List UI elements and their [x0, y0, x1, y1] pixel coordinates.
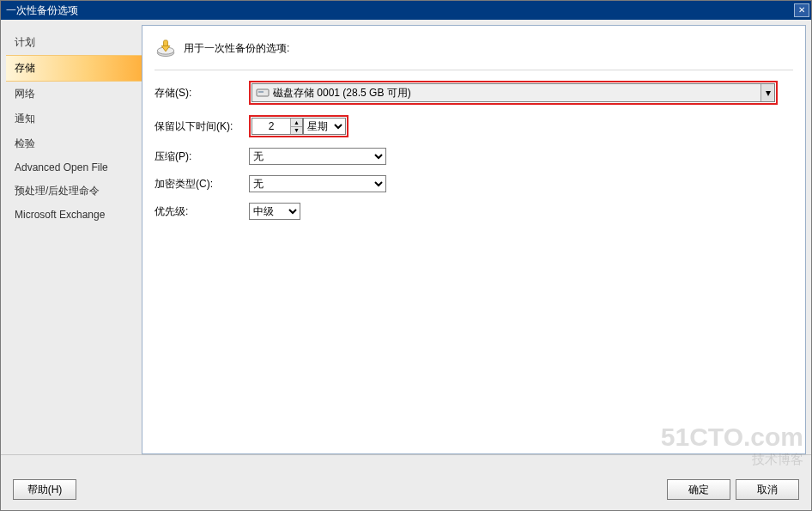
- label-encrypt: 加密类型(C):: [155, 177, 249, 192]
- label-keep: 保留以下时间(K):: [155, 119, 249, 134]
- row-priority: 优先级: 中级: [155, 203, 793, 220]
- backup-icon: [155, 36, 177, 61]
- sidebar-item-verify[interactable]: 检验: [6, 131, 142, 156]
- disk-icon: [256, 88, 270, 98]
- storage-dropdown[interactable]: 磁盘存储 0001 (28.5 GB 可用) ▾: [251, 83, 775, 102]
- keep-value-input[interactable]: [252, 119, 290, 134]
- sidebar: 计划 存储 网络 通知 检验 Advanced Open File 预处理/后处…: [6, 25, 142, 454]
- chevron-down-icon: ▾: [760, 84, 774, 101]
- priority-select[interactable]: 中级: [249, 203, 300, 220]
- close-button[interactable]: ✕: [794, 3, 809, 17]
- footer: 帮助(H) 确定 取消: [1, 454, 811, 510]
- title-bar: 一次性备份选项 ✕: [1, 1, 811, 20]
- content-panel: 用于一次性备份的选项: 存储(S): 磁盘存储 0001 (28.5 GB 可用…: [142, 25, 806, 454]
- highlight-keep: ▲ ▼ 星期: [249, 115, 348, 137]
- row-encrypt: 加密类型(C): 无: [155, 175, 793, 192]
- sidebar-item-aof[interactable]: Advanced Open File: [6, 156, 142, 179]
- main-area: 计划 存储 网络 通知 检验 Advanced Open File 预处理/后处…: [1, 20, 811, 454]
- ok-button[interactable]: 确定: [667, 479, 730, 500]
- sidebar-item-prepost[interactable]: 预处理/后处理命令: [6, 179, 142, 204]
- help-button[interactable]: 帮助(H): [13, 479, 76, 500]
- keep-spinner[interactable]: ▲ ▼: [251, 118, 303, 135]
- sidebar-item-exchange[interactable]: Microsoft Exchange: [6, 204, 142, 226]
- window-title: 一次性备份选项: [6, 3, 794, 18]
- row-compress: 压缩(P): 无: [155, 148, 793, 165]
- spinner-down[interactable]: ▼: [291, 127, 302, 135]
- sidebar-item-storage[interactable]: 存储: [6, 55, 142, 82]
- row-keep: 保留以下时间(K): ▲ ▼ 星期: [155, 115, 793, 137]
- compress-select[interactable]: 无: [249, 148, 386, 165]
- cancel-button[interactable]: 取消: [736, 479, 799, 500]
- sidebar-item-notify[interactable]: 通知: [6, 106, 142, 131]
- heading: 用于一次性备份的选项:: [155, 36, 793, 70]
- highlight-storage: 磁盘存储 0001 (28.5 GB 可用) ▾: [249, 81, 778, 105]
- storage-value: 磁盘存储 0001 (28.5 GB 可用): [273, 86, 411, 100]
- encrypt-select[interactable]: 无: [249, 175, 386, 192]
- sidebar-item-plan[interactable]: 计划: [6, 30, 142, 55]
- spinner-up[interactable]: ▲: [291, 119, 302, 127]
- label-storage: 存储(S):: [155, 86, 249, 100]
- sidebar-item-network[interactable]: 网络: [6, 82, 142, 106]
- label-priority: 优先级:: [155, 204, 249, 219]
- svg-rect-5: [258, 91, 264, 93]
- row-storage: 存储(S): 磁盘存储 0001 (28.5 GB 可用) ▾: [155, 81, 793, 105]
- keep-unit-select[interactable]: 星期: [303, 118, 346, 135]
- label-compress: 压缩(P):: [155, 149, 249, 164]
- heading-text: 用于一次性备份的选项:: [184, 41, 289, 56]
